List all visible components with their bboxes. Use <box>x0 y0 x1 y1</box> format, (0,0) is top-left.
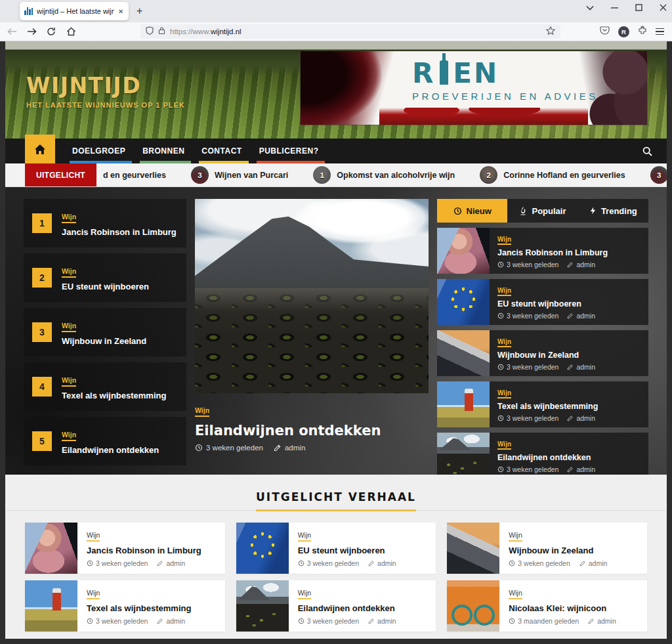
lock-icon[interactable] <box>158 26 165 37</box>
menu-icon[interactable] <box>656 28 664 35</box>
article-title: Texel als wijnbestemming <box>87 603 191 613</box>
nav-item-doelgroep[interactable]: DOELGROEP <box>72 139 125 163</box>
article-author: admin <box>576 414 595 422</box>
ticker-item[interactable]: d en geurverlies <box>103 171 166 180</box>
ranked-item[interactable]: 5 Wijn Eilandwijnen ontdekken <box>24 417 186 465</box>
site-header: WIJNTIJD HET LAATSTE WIJNNIEUWS OP 1 PLE… <box>5 41 667 139</box>
ranked-item[interactable]: 4 Wijn Texel als wijnbestemming <box>24 362 186 411</box>
article-card[interactable]: Wijn Wijnbouw in Zeeland 3 weken geleden… <box>447 523 647 574</box>
reload-icon[interactable] <box>45 25 58 38</box>
pocket-icon[interactable] <box>600 26 610 37</box>
tab-nieuw[interactable]: Nieuw <box>437 199 507 223</box>
shield-icon[interactable] <box>146 26 154 37</box>
maximize-button[interactable] <box>635 4 642 11</box>
nav-item-contact[interactable]: CONTACT <box>201 139 242 163</box>
url-bar[interactable]: https://www.wijntijd.nl <box>140 24 560 39</box>
ticker-item-text: Opkomst van alcoholvrije wijn <box>337 171 455 180</box>
home-icon[interactable] <box>64 25 77 38</box>
close-window-button[interactable] <box>660 4 667 11</box>
article-time: 3 weken geleden <box>307 559 359 567</box>
sidebar-article[interactable]: Wijn Texel als wijnbestemming 3 weken ge… <box>437 381 648 427</box>
ranked-item[interactable]: 3 Wijn Wijnbouw in Zeeland <box>24 308 186 356</box>
article-thumbnail <box>25 523 77 574</box>
article-title: EU steunt wijnboeren <box>497 299 595 309</box>
article-title: Eilandwijnen ontdekken <box>62 445 159 455</box>
article-title: Jancis Robinson in Limburg <box>87 546 201 555</box>
tab-close-icon[interactable]: ✕ <box>118 8 123 15</box>
nav-item-publiceren[interactable]: PUBLICEREN? <box>259 139 319 163</box>
rank-badge: 5 <box>32 431 52 451</box>
sidebar-article[interactable]: Wijn Jancis Robinson in Limburg 3 weken … <box>437 228 648 274</box>
featured-article-title[interactable]: Eilandwijnen ontdekken <box>195 423 429 439</box>
article-card[interactable]: Wijn Nicolaas Klei: wijnicoon 3 maanden … <box>447 580 647 632</box>
ranked-item[interactable]: 2 Wijn EU steunt wijnboeren <box>24 253 186 302</box>
article-sidebar: Nieuw Populair Trending <box>437 199 648 475</box>
category-label: Wijn <box>298 531 311 542</box>
article-card[interactable]: Wijn EU steunt wijnboeren 3 weken gelede… <box>236 523 436 574</box>
rank-badge: 1 <box>32 213 52 233</box>
sidebar-article[interactable]: Wijn Wijnbouw in Zeeland 3 weken geleden… <box>437 330 648 376</box>
featured-article-image[interactable] <box>195 199 429 393</box>
sidebar-tabs: Nieuw Populair Trending <box>437 199 648 223</box>
edit-icon <box>157 560 163 567</box>
article-author: admin <box>377 617 396 625</box>
ticker-thumb: 3 <box>191 166 209 184</box>
banner-brand-suffix: EN <box>453 62 499 85</box>
url-text: https://www.wijntijd.nl <box>170 28 541 35</box>
advertisement-banner[interactable]: R EN PROEVERIJEN EN ADVIES <box>301 51 647 125</box>
ticker-badge: 2 <box>480 166 497 184</box>
article-title: Eilandwijnen ontdekken <box>497 453 595 462</box>
ticker-item[interactable]: 1 Opkomst van alcoholvrije wijn <box>313 166 455 184</box>
tab-label: Populair <box>532 206 566 216</box>
nav-home-button[interactable] <box>25 135 55 163</box>
ticker-item[interactable]: 3 Wijnen van Purcari <box>191 166 288 184</box>
forward-icon[interactable] <box>25 25 38 38</box>
banner-brand-prefix: R <box>412 62 435 85</box>
article-card[interactable]: Wijn Eilandwijnen ontdekken 3 weken gele… <box>236 580 436 632</box>
article-card[interactable]: Wijn Jancis Robinson in Limburg 3 weken … <box>25 523 225 574</box>
minimize-button[interactable] <box>611 4 618 11</box>
tab-trending[interactable]: Trending <box>578 199 648 223</box>
sidebar-article[interactable]: Wijn Eilandwijnen ontdekken 3 weken gele… <box>437 433 648 475</box>
tab-list-chevron-icon[interactable] <box>586 5 594 11</box>
ticker-item-text: Wijnen van Purcari <box>215 171 288 180</box>
article-thumbnail <box>236 523 289 574</box>
browser-tab[interactable]: wijntijd – Het laatste wijnnieuws ✕ <box>20 2 129 20</box>
bookmark-star-icon[interactable] <box>546 26 555 37</box>
edit-icon <box>567 466 574 473</box>
ranked-list: 1 Wijn Jancis Robinson in Limburg 2 Wijn… <box>24 199 186 475</box>
category-label: Wijn <box>497 338 511 347</box>
article-author: admin <box>576 465 595 473</box>
clock-icon <box>195 444 203 452</box>
ticker-thumb: 2 <box>480 166 497 184</box>
rank-badge: 2 <box>32 268 52 288</box>
nav-item-bronnen[interactable]: BRONNEN <box>142 139 184 163</box>
search-icon[interactable] <box>642 146 652 156</box>
tab-populair[interactable]: Populair <box>507 199 578 223</box>
sidebar-article[interactable]: Wijn EU steunt wijnboeren 3 weken gelede… <box>437 279 648 325</box>
ticker-item-text: Corinne Hofland en geurverlies <box>503 171 625 180</box>
article-time: 3 weken geleden <box>96 559 148 567</box>
article-title: Wijnbouw in Zeeland <box>62 336 146 346</box>
article-thumbnail <box>236 580 289 632</box>
ranked-item[interactable]: 1 Wijn Jancis Robinson in Limburg <box>24 199 186 247</box>
wine-splash-art <box>379 108 588 125</box>
extensions-icon[interactable] <box>638 26 647 37</box>
ticker-badge: 3 <box>650 166 667 184</box>
ticker-item-text: d en geurverlies <box>103 171 166 180</box>
article-title: Texel als wijnbestemming <box>62 391 166 400</box>
article-title: EU steunt wijnboeren <box>62 282 149 291</box>
article-card[interactable]: Wijn Texel als wijnbestemming 3 weken ge… <box>25 580 225 632</box>
new-tab-button[interactable]: + <box>136 5 142 17</box>
profile-avatar[interactable]: R <box>618 26 629 37</box>
ticker-item[interactable]: 3 Wijnen van Purcari <box>650 166 667 184</box>
site-logo[interactable]: WIJNTIJD <box>26 73 185 98</box>
article-title: EU steunt wijnboeren <box>298 546 396 555</box>
ticker-item[interactable]: 2 Corinne Hofland en geurverlies <box>480 166 625 184</box>
edit-icon <box>567 312 574 319</box>
back-icon[interactable] <box>5 25 18 38</box>
article-author: admin <box>166 559 185 567</box>
category-label[interactable]: Wijn <box>195 406 209 417</box>
clock-icon <box>453 207 462 215</box>
category-label: Wijn <box>497 440 511 450</box>
